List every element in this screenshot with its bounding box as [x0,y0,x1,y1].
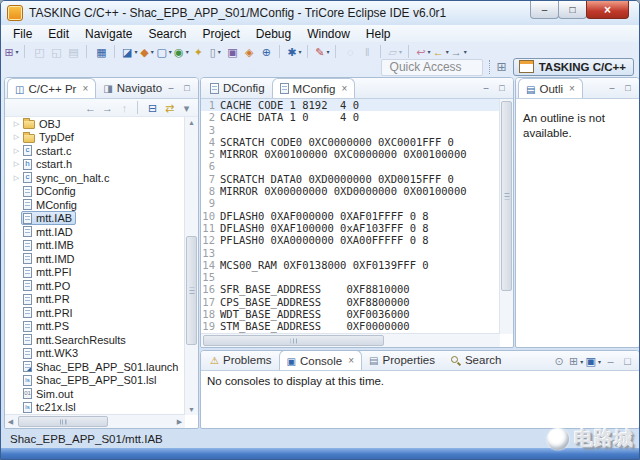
expand-arrow-icon[interactable] [12,147,21,155]
tree-item[interactable]: sync_on_halt.c [5,171,185,185]
link-with-editor-icon[interactable]: ⇄ [162,100,177,116]
console-tab[interactable]: Search [442,350,508,370]
perspective-button[interactable]: TASKING C/C++ [513,58,634,76]
info-icon[interactable]: ◌ [343,44,358,60]
tree-item[interactable]: mtt.PS [5,320,185,334]
save-icon[interactable]: ◰ [32,44,47,60]
tree-item[interactable]: mtt.PFI [5,266,185,280]
close-tab-icon[interactable]: × [569,83,575,94]
pin-console-icon[interactable]: ⊙ [552,353,567,369]
explorer-tab[interactable]: C/C++ Pr × [7,78,96,98]
menu-item[interactable]: Search [140,26,194,42]
editor-tab[interactable]: MConfig × [272,78,356,98]
scrollbar-thumb[interactable] [203,335,384,346]
run-icon[interactable]: ◉ [174,44,189,60]
scroll-up-icon[interactable]: ▲ [185,117,198,128]
open-console-icon[interactable]: ⊞ [569,353,584,369]
tree-item[interactable]: mtt.PR [5,293,185,307]
new-source-file-icon[interactable]: ▢ [156,44,171,60]
tree-item[interactable]: DConfig [5,185,185,199]
maximize-button[interactable]: □ [558,1,587,19]
open-perspective-icon[interactable]: ⊞ [497,60,507,74]
tree-item[interactable]: cstart.h [5,158,185,172]
display-console-icon[interactable]: ▣ [586,353,601,369]
minimize-view-button[interactable]: – [605,81,619,94]
scroll-right-icon[interactable]: ▶ [174,415,185,428]
project-tree[interactable]: OBJ TypDef cstart.c [5,117,185,415]
close-tab-icon[interactable]: × [341,83,347,94]
scroll-left-icon[interactable]: ◀ [5,415,16,428]
build-all-icon[interactable]: ▦ [94,44,109,60]
tree-item[interactable]: Shac_EPB_APP_S01.launch [5,360,185,374]
world-icon[interactable]: ⊕ [259,44,274,60]
explorer-tab[interactable]: Navigato [96,78,169,98]
minimize-view-button[interactable]: – [479,81,493,94]
view-menu-icon[interactable]: ▾ [179,100,194,116]
outline-tab[interactable]: Outli × [518,78,583,98]
close-tab-icon[interactable]: × [348,355,354,366]
maximize-view-button[interactable]: □ [180,81,194,94]
tree-item[interactable]: mtt.IMD [5,252,185,266]
collapse-all-icon[interactable]: ⊟ [145,100,160,116]
menu-item[interactable]: Help [358,26,399,42]
print-icon[interactable]: ▤ [66,44,81,60]
tree-item[interactable]: MConfig [5,198,185,212]
tree-item[interactable]: mtt.PRI [5,306,185,320]
new-wizard-icon[interactable]: ⊞ [4,44,19,60]
minimize-view-button[interactable]: – [164,81,178,94]
minimize-view-button[interactable]: – [603,353,618,369]
menu-item[interactable]: Project [194,26,247,42]
editor-tab[interactable]: DConfig [203,78,272,98]
maximize-view-button[interactable]: □ [620,353,635,369]
forward-icon[interactable]: → [100,100,115,116]
flash-device-icon[interactable]: ✦ [191,44,206,60]
tree-item[interactable]: mtt.SearchResults [5,333,185,347]
debug-icon[interactable]: ◆ [139,44,154,60]
expand-arrow-icon[interactable] [12,160,21,168]
tree-item[interactable]: tc21x.lsl [5,401,185,415]
up-icon[interactable]: ↑ [117,100,132,116]
profile-icon[interactable]: ▣ [225,44,240,60]
menu-item[interactable]: Debug [248,26,299,42]
new-project-icon[interactable]: ◪ [122,44,137,60]
save-all-icon[interactable]: ◱ [49,44,64,60]
editor-content[interactable]: 1 CACHE CODE 1 8192 4 0 2 CACHE DATA 1 0… [201,99,500,334]
tree-item[interactable]: mtt.PO [5,279,185,293]
settings-icon[interactable]: ✱ [287,44,302,60]
tree-item[interactable]: TypDef [5,131,185,145]
explorer-vertical-scrollbar[interactable]: ▲ ▼ [184,117,198,415]
expand-arrow-icon[interactable] [12,133,21,141]
update-icon[interactable]: ◈ [242,44,257,60]
menu-item[interactable]: Navigate [77,26,140,42]
back-icon[interactable]: ← [83,100,98,116]
suspend-icon[interactable]: ‖ [360,44,375,60]
tree-item[interactable]: mtt.IMB [5,239,185,253]
close-tab-icon[interactable]: × [82,83,88,94]
expand-arrow-icon[interactable] [12,120,21,128]
tree-item[interactable]: mtt.IAD [5,225,185,239]
scrollbar-thumb[interactable] [18,416,108,427]
editor-horizontal-scrollbar[interactable] [201,333,500,347]
console-tab[interactable]: Properties [362,350,442,370]
new-file-icon[interactable]: ▯ [208,44,223,60]
maximize-view-button[interactable]: □ [621,81,635,94]
scrollbar-thumb[interactable] [501,101,512,291]
close-button[interactable]: × [586,1,629,19]
mark-occurrences-icon[interactable]: ✎ [315,44,330,60]
tree-item[interactable]: OBJ [5,117,185,131]
quick-access-field[interactable]: Quick Access [381,59,483,76]
scroll-down-icon[interactable]: ▼ [185,404,198,415]
editor-vertical-scrollbar[interactable] [499,99,513,334]
expand-arrow-icon[interactable] [12,174,21,182]
menu-item[interactable]: Edit [40,26,77,42]
scrollbar-thumb[interactable] [186,236,197,345]
tree-item[interactable]: Sim.out [5,387,185,401]
menu-item[interactable]: File [5,26,40,42]
tree-item[interactable]: mtt.WK3 [5,347,185,361]
tree-item[interactable]: mtt.IAB [5,212,185,226]
tree-item[interactable]: cstart.c [5,144,185,158]
explorer-horizontal-scrollbar[interactable]: ◀ ▶ [5,414,185,428]
tree-item[interactable]: Shac_EPB_APP_S01.lsl [5,374,185,388]
console-tab[interactable]: Problems [203,350,279,370]
menu-item[interactable]: Window [299,26,358,42]
